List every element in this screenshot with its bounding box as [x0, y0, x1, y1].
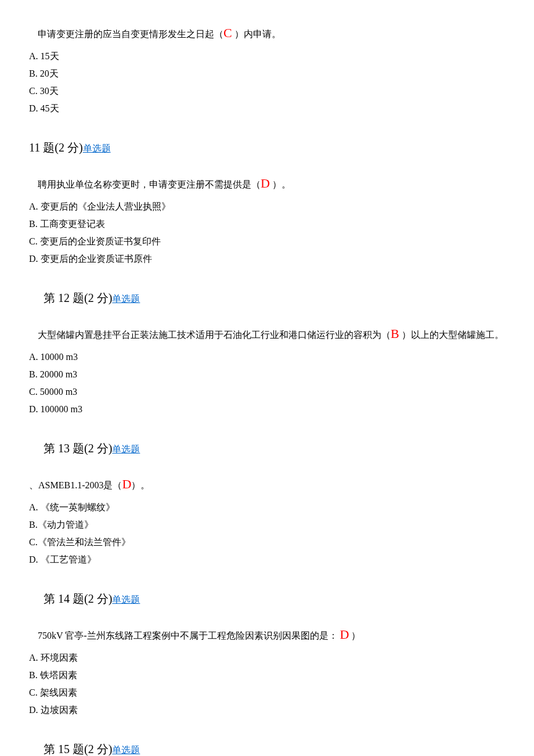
options-list: A. 15天 B. 20天 C. 30天 D. 45天: [29, 49, 505, 116]
option-d: D. 45天: [29, 102, 505, 116]
option-a: A. 变更后的《企业法人营业执照》: [29, 200, 505, 214]
question-text-after: ）以上的大型储罐施工。: [399, 330, 504, 340]
question-11: 聘用执业单位名称变更时，申请变更注册不需提供是（D ）。 A. 变更后的《企业法…: [29, 174, 505, 266]
question-number: 第 14 题(2 分): [44, 592, 112, 605]
answer-letter: D: [122, 477, 131, 491]
question-text: 、ASMEB1.1-2003是（D）。: [29, 474, 505, 494]
question-type-link[interactable]: 单选题: [112, 745, 140, 755]
option-d: D. 《工艺管道》: [29, 553, 505, 567]
answer-letter: D: [261, 176, 270, 190]
options-list: A. 环境因素 B. 铁塔因素 C. 架线因素 D. 边坡因素: [29, 651, 505, 717]
options-list: A. 变更后的《企业法人营业执照》 B. 工商变更登记表 C. 变更后的企业资质…: [29, 200, 505, 266]
option-d: D. 边坡因素: [29, 703, 505, 717]
question-text: 750kV 官亭-兰州东线路工程案例中不属于工程危险因素识别因果图的是： D ）: [29, 625, 505, 644]
question-type-link[interactable]: 单选题: [112, 595, 140, 604]
question-number: 第 15 题(2 分): [44, 743, 112, 755]
option-d: D. 变更后的企业资质证书原件: [29, 252, 505, 266]
option-c: C. 50000 m3: [29, 385, 505, 399]
question-12: 大型储罐内置悬挂平台正装法施工技术适用于石油化工行业和港口储运行业的容积为（B …: [29, 324, 505, 416]
option-c: C. 变更后的企业资质证书复印件: [29, 235, 505, 249]
question-text: 申请变更注册的应当自变更情形发生之日起（C ）内申请。: [29, 23, 505, 42]
option-a: A. 环境因素: [29, 651, 505, 665]
option-b: B. 铁塔因素: [29, 668, 505, 682]
question-number: 第 13 题(2 分): [44, 442, 112, 455]
option-d: D. 100000 m3: [29, 402, 505, 416]
question-text-after: ）内申请。: [232, 29, 281, 39]
option-b: B. 20天: [29, 67, 505, 81]
question-text-before: 聘用执业单位名称变更时，申请变更注册不需提供是（: [38, 179, 261, 189]
option-b: B.《动力管道》: [29, 518, 505, 532]
option-b: B. 工商变更登记表: [29, 217, 505, 231]
question-text-after: ）。: [270, 179, 291, 189]
question-14-header: 第 14 题(2 分)单选题: [29, 590, 505, 607]
option-a: A. 10000 m3: [29, 350, 505, 364]
option-a: A. 15天: [29, 49, 505, 63]
question-text-after: ）: [349, 631, 360, 640]
question-12-header: 第 12 题(2 分)单选题: [29, 289, 505, 307]
question-14: 750kV 官亭-兰州东线路工程案例中不属于工程危险因素识别因果图的是： D ）…: [29, 625, 505, 717]
option-c: C. 30天: [29, 84, 505, 98]
options-list: A. 《统一英制螺纹》 B.《动力管道》 C.《管法兰和法兰管件》 D. 《工艺…: [29, 501, 505, 567]
question-text: 聘用执业单位名称变更时，申请变更注册不需提供是（D ）。: [29, 174, 505, 193]
question-text-before: 申请变更注册的应当自变更情形发生之日起（: [38, 29, 223, 39]
answer-letter: D: [340, 627, 349, 642]
option-c: C. 架线因素: [29, 686, 505, 700]
option-c: C.《管法兰和法兰管件》: [29, 535, 505, 549]
question-13-header: 第 13 题(2 分)单选题: [29, 440, 505, 457]
question-text: 大型储罐内置悬挂平台正装法施工技术适用于石油化工行业和港口储运行业的容积为（B …: [29, 324, 505, 343]
question-number: 11 题(2 分): [29, 141, 83, 154]
question-type-link[interactable]: 单选题: [83, 143, 111, 153]
question-type-link[interactable]: 单选题: [112, 294, 140, 304]
question-number: 第 12 题(2 分): [44, 291, 112, 304]
question-15-header: 第 15 题(2 分)单选题: [29, 740, 505, 756]
answer-letter: B: [391, 326, 399, 341]
question-13: 、ASMEB1.1-2003是（D）。 A. 《统一英制螺纹》 B.《动力管道》…: [29, 474, 505, 567]
options-list: A. 10000 m3 B. 20000 m3 C. 50000 m3 D. 1…: [29, 350, 505, 416]
question-10: 申请变更注册的应当自变更情形发生之日起（C ）内申请。 A. 15天 B. 20…: [29, 23, 505, 116]
question-11-header: 11 题(2 分)单选题: [29, 139, 505, 156]
option-b: B. 20000 m3: [29, 368, 505, 381]
answer-letter: C: [223, 26, 232, 40]
question-text-before: 大型储罐内置悬挂平台正装法施工技术适用于石油化工行业和港口储运行业的容积为（: [38, 330, 391, 340]
question-text-before: 、ASMEB1.1-2003是（: [29, 480, 122, 490]
question-text-before: 750kV 官亭-兰州东线路工程案例中不属于工程危险因素识别因果图的是：: [38, 631, 340, 640]
question-text-after: ）。: [131, 480, 150, 490]
option-a: A. 《统一英制螺纹》: [29, 501, 505, 514]
question-type-link[interactable]: 单选题: [112, 444, 140, 454]
